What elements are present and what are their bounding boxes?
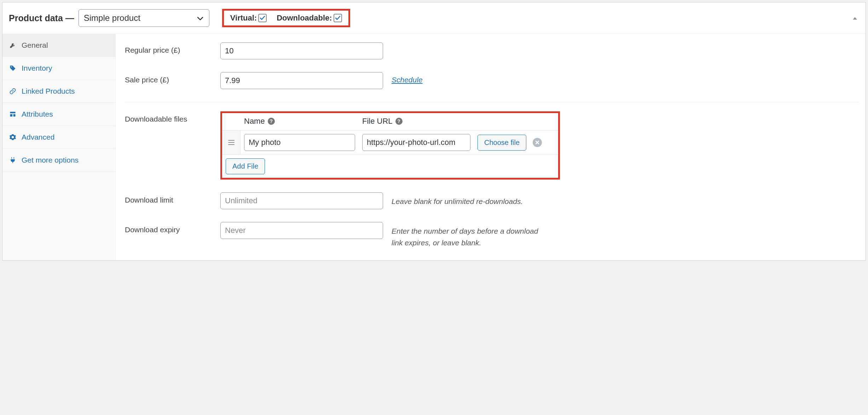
sidebar-item-advanced[interactable]: Advanced [2, 126, 115, 149]
gear-icon [9, 134, 17, 141]
virtual-checkbox-wrap[interactable]: Virtual: [230, 13, 267, 23]
regular-price-input[interactable] [220, 42, 383, 59]
help-icon[interactable]: ? [395, 118, 403, 125]
files-header-url: File URL [362, 117, 393, 126]
svg-rect-2 [10, 114, 13, 117]
drag-handle-icon[interactable] [222, 130, 241, 154]
svg-rect-1 [10, 112, 16, 113]
sidebar-item-general[interactable]: General [2, 34, 115, 57]
sidebar-item-inventory[interactable]: Inventory [2, 57, 115, 80]
sidebar-item-label: Attributes [22, 110, 53, 118]
sidebar-item-label: Inventory [22, 64, 52, 72]
files-footer: Add File [222, 155, 558, 178]
help-icon[interactable]: ? [268, 118, 275, 125]
downloadable-checkbox-wrap[interactable]: Downloadable: [277, 13, 342, 23]
schedule-link[interactable]: Schedule [392, 72, 423, 84]
regular-price-label: Regular price (£) [125, 42, 217, 54]
panel-title: Product data — [9, 13, 74, 23]
downloadable-files-label: Downloadable files [125, 111, 217, 123]
collapse-toggle-icon[interactable] [852, 14, 858, 22]
download-limit-label: Download limit [125, 192, 217, 204]
download-expiry-row: Download expiry Enter the number of days… [125, 222, 858, 249]
downloadable-checkbox[interactable] [334, 14, 342, 22]
file-url-input[interactable] [362, 134, 470, 151]
sidebar-item-label: Advanced [22, 133, 54, 141]
regular-price-row: Regular price (£) [125, 42, 858, 59]
content-area: Regular price (£) Sale price (£) Schedul… [116, 34, 866, 260]
svg-rect-3 [13, 114, 16, 117]
virtual-checkbox[interactable] [258, 14, 267, 22]
sidebar-item-get-more-options[interactable]: Get more options [2, 149, 115, 172]
sale-price-label: Sale price (£) [125, 72, 217, 84]
tag-icon [9, 65, 17, 72]
panel-header: Product data — Simple product Virtual: D… [2, 2, 866, 34]
divider [125, 102, 858, 102]
product-type-value: Simple product [84, 13, 140, 23]
files-header-name: Name [244, 117, 265, 126]
downloadable-files-row: Downloadable files Name ? File URL ? [125, 111, 858, 180]
product-type-select[interactable]: Simple product [79, 9, 209, 27]
files-header: Name ? File URL ? [222, 113, 558, 130]
download-expiry-help: Enter the number of days before a downlo… [392, 222, 551, 249]
link-icon [9, 88, 17, 95]
product-data-panel: Product data — Simple product Virtual: D… [2, 2, 866, 261]
wrench-icon [9, 42, 17, 49]
add-file-button[interactable]: Add File [226, 158, 265, 174]
download-limit-row: Download limit Leave blank for unlimited… [125, 192, 858, 209]
sale-price-row: Sale price (£) Schedule [125, 72, 858, 89]
sidebar-item-attributes[interactable]: Attributes [2, 103, 115, 126]
sale-price-input[interactable] [220, 72, 383, 89]
layout-icon [9, 111, 17, 118]
sidebar-item-label: General [22, 41, 48, 49]
chevron-down-icon [197, 13, 203, 23]
svg-point-0 [11, 66, 12, 68]
virtual-label: Virtual: [230, 13, 257, 23]
sidebar-item-linked-products[interactable]: Linked Products [2, 80, 115, 103]
download-expiry-input[interactable] [220, 222, 383, 239]
file-row: Choose file [222, 130, 558, 155]
download-limit-help: Leave blank for unlimited re-downloads. [392, 192, 523, 208]
download-expiry-label: Download expiry [125, 222, 217, 234]
download-limit-input[interactable] [220, 192, 383, 209]
remove-file-icon[interactable] [533, 138, 542, 147]
panel-body: General Inventory Linked Products Attrib… [2, 34, 866, 260]
sidebar-item-label: Linked Products [22, 87, 75, 95]
file-name-input[interactable] [244, 134, 355, 151]
downloadable-files-highlight: Name ? File URL ? [220, 111, 560, 180]
sidebar: General Inventory Linked Products Attrib… [2, 34, 116, 260]
choose-file-button[interactable]: Choose file [478, 135, 526, 151]
plug-icon [9, 157, 17, 164]
sidebar-item-label: Get more options [22, 156, 79, 164]
downloadable-label: Downloadable: [277, 13, 332, 23]
header-checkboxes-highlight: Virtual: Downloadable: [222, 9, 350, 27]
